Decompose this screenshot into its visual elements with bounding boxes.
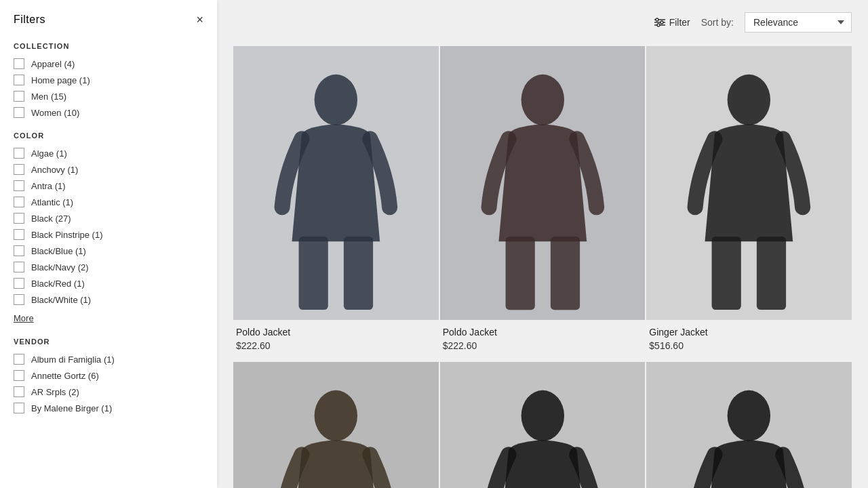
- filter-checkbox[interactable]: [14, 148, 24, 159]
- filter-checkbox[interactable]: [14, 370, 24, 381]
- filter-item[interactable]: AR Srpls (2): [14, 386, 203, 397]
- product-name: Poldo Jacket: [236, 327, 436, 338]
- filter-item[interactable]: Black Pinstripe (1): [14, 229, 203, 240]
- product-info: Poldo Jacket $222.60: [440, 320, 646, 361]
- filter-checkbox[interactable]: [14, 294, 24, 305]
- filter-item[interactable]: Black/Navy (2): [14, 262, 203, 272]
- filter-checkbox[interactable]: [14, 245, 24, 256]
- product-image: [646, 46, 852, 320]
- filter-item-label: Black/Red (1): [31, 279, 85, 289]
- color-more-link[interactable]: More: [14, 313, 34, 323]
- svg-point-3: [656, 18, 658, 21]
- filter-item-label: Black/Navy (2): [31, 262, 89, 272]
- product-info: Poldo Jacket $222.60: [233, 320, 439, 361]
- filter-checkbox[interactable]: [14, 180, 24, 191]
- svg-point-4: [660, 21, 663, 24]
- svg-rect-17: [757, 237, 786, 310]
- svg-point-27: [728, 390, 770, 441]
- filter-checkbox[interactable]: [14, 403, 24, 413]
- sidebar-header: Filters ×: [14, 14, 203, 26]
- product-card[interactable]: Rumor Jacket $229.60: [646, 362, 852, 488]
- product-card[interactable]: Zipper Jacket $788.00: [233, 362, 439, 488]
- filter-item[interactable]: Women (10): [14, 107, 203, 118]
- filter-item-label: Algae (1): [31, 148, 67, 159]
- product-image: [646, 362, 852, 488]
- filter-item-label: Black/Blue (1): [31, 246, 86, 256]
- product-card[interactable]: Poldo Jacket $222.60: [440, 46, 646, 361]
- filter-label: Filter: [669, 17, 690, 28]
- filter-item-label: Black (27): [31, 214, 71, 224]
- filter-item-label: Home page (1): [31, 75, 90, 85]
- filter-item-label: Apparel (4): [31, 59, 75, 69]
- color-section-title: COLOR: [14, 131, 203, 140]
- vendor-section: VENDOR Album di Famiglia (1) Annette Gor…: [14, 338, 203, 413]
- filter-item[interactable]: Album di Famiglia (1): [14, 354, 203, 365]
- filter-item-label: Black Pinstripe (1): [31, 230, 102, 240]
- svg-rect-12: [505, 237, 534, 310]
- color-items: Algae (1) Anchovy (1) Antra (1) Atlantic…: [14, 148, 203, 305]
- svg-point-5: [657, 24, 660, 26]
- filter-checkbox[interactable]: [14, 354, 24, 365]
- products-grid: Poldo Jacket $222.60 Poldo Jacket $222.6…: [217, 45, 868, 488]
- filter-item-label: Women (10): [31, 108, 79, 118]
- main-content: Filter Sort by: RelevancePrice: Low to H…: [217, 0, 868, 488]
- svg-point-19: [315, 390, 357, 441]
- filter-item[interactable]: Apparel (4): [14, 58, 203, 69]
- vendor-section-title: VENDOR: [14, 338, 203, 346]
- product-card[interactable]: Ginger Jacket $516.60: [646, 46, 852, 361]
- product-card[interactable]: Rustin Jacket $243.60: [440, 362, 646, 488]
- close-button[interactable]: ×: [196, 14, 203, 26]
- svg-rect-9: [344, 237, 373, 310]
- product-price: $222.60: [236, 340, 436, 351]
- filter-checkbox[interactable]: [14, 262, 24, 272]
- product-name: Ginger Jacket: [649, 327, 849, 338]
- filter-item[interactable]: Annette Gortz (6): [14, 370, 203, 381]
- filter-item[interactable]: By Malene Birger (1): [14, 403, 203, 413]
- filter-checkbox[interactable]: [14, 386, 24, 397]
- filter-item[interactable]: Black/Red (1): [14, 278, 203, 289]
- filter-item[interactable]: Men (15): [14, 91, 203, 102]
- product-card[interactable]: Poldo Jacket $222.60: [233, 46, 439, 361]
- filter-item-label: Atlantic (1): [31, 197, 73, 207]
- filter-item[interactable]: Home page (1): [14, 75, 203, 85]
- filter-item[interactable]: Algae (1): [14, 148, 203, 159]
- filter-checkbox[interactable]: [14, 278, 24, 289]
- svg-point-11: [521, 75, 564, 125]
- filter-item-label: By Malene Birger (1): [31, 403, 112, 413]
- filter-checkbox[interactable]: [14, 213, 24, 224]
- filter-checkbox[interactable]: [14, 58, 24, 69]
- svg-point-7: [315, 75, 357, 125]
- filter-item[interactable]: Antra (1): [14, 180, 203, 191]
- filter-item-label: Annette Gortz (6): [31, 371, 99, 381]
- filter-item-label: Black/White (1): [31, 295, 91, 305]
- sidebar: Filters × COLLECTION Apparel (4) Home pa…: [0, 0, 217, 488]
- filter-item-label: Antra (1): [31, 181, 66, 191]
- filter-item-label: AR Srpls (2): [31, 387, 79, 397]
- product-image: [233, 362, 439, 488]
- filter-checkbox[interactable]: [14, 229, 24, 240]
- filter-checkbox[interactable]: [14, 75, 24, 85]
- collection-items: Apparel (4) Home page (1) Men (15) Women…: [14, 58, 203, 118]
- filter-item[interactable]: Anchovy (1): [14, 164, 203, 175]
- top-bar: Filter Sort by: RelevancePrice: Low to H…: [217, 0, 868, 45]
- product-info: Ginger Jacket $516.60: [646, 320, 852, 361]
- sidebar-title: Filters: [14, 14, 45, 26]
- filter-checkbox[interactable]: [14, 164, 24, 175]
- filter-item[interactable]: Atlantic (1): [14, 197, 203, 207]
- filter-item[interactable]: Black/White (1): [14, 294, 203, 305]
- filter-button[interactable]: Filter: [654, 17, 690, 28]
- sort-select[interactable]: RelevancePrice: Low to HighPrice: High t…: [745, 12, 852, 33]
- product-image: [233, 46, 439, 320]
- filter-item-label: Album di Famiglia (1): [31, 354, 115, 365]
- filter-checkbox[interactable]: [14, 197, 24, 207]
- filter-checkbox[interactable]: [14, 107, 24, 118]
- product-image: [440, 362, 646, 488]
- filter-item-label: Men (15): [31, 92, 66, 102]
- svg-point-15: [728, 75, 770, 125]
- filter-item-label: Anchovy (1): [31, 165, 78, 175]
- color-section: COLOR Algae (1) Anchovy (1) Antra (1) At…: [14, 131, 203, 324]
- product-price: $222.60: [443, 340, 643, 351]
- filter-item[interactable]: Black (27): [14, 213, 203, 224]
- filter-item[interactable]: Black/Blue (1): [14, 245, 203, 256]
- filter-checkbox[interactable]: [14, 91, 24, 102]
